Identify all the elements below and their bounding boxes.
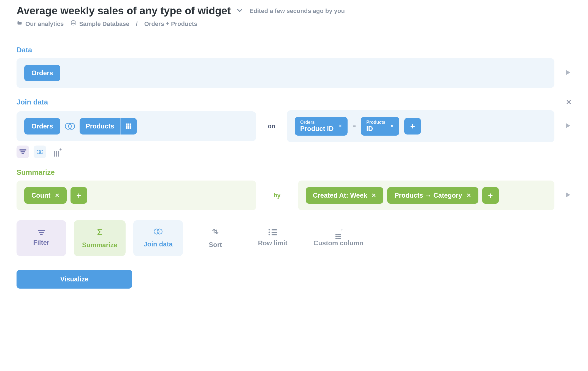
action-join-label: Join data: [143, 240, 172, 248]
join-right-table-pill[interactable]: Products: [80, 118, 137, 135]
join-mini-tools: +: [17, 146, 571, 158]
svg-point-6: [39, 150, 43, 154]
breadcrumb-database[interactable]: Sample Database: [70, 20, 129, 28]
section-join-title: Join data: [17, 98, 48, 106]
preview-join-button[interactable]: [564, 122, 571, 130]
action-customcolumn-label: Custom column: [313, 239, 363, 247]
action-join-button[interactable]: Join data: [133, 220, 183, 256]
remove-right-key-button[interactable]: ✕: [390, 123, 394, 129]
join-left-key-field: Product ID: [300, 125, 334, 133]
section-join: Join data ✕ Orders Products: [17, 98, 571, 158]
svg-marker-1: [566, 70, 570, 75]
join-left-key-pill[interactable]: Orders Product ID ✕: [295, 117, 348, 136]
svg-point-5: [37, 150, 41, 154]
svg-point-8: [154, 229, 159, 234]
page-title-row: Average weekly sales of any type of widg…: [17, 5, 243, 17]
venn-icon: [153, 228, 163, 236]
join-right-key-field: ID: [366, 125, 385, 133]
filter-icon: [19, 149, 26, 154]
action-filter-button[interactable]: Filter: [17, 220, 66, 256]
join-left-table-label: Orders: [31, 122, 53, 130]
grid-icon: [126, 123, 131, 129]
edited-by: Edited a few seconds ago by you: [250, 7, 345, 15]
aggregation-label: Count: [31, 192, 50, 199]
add-join-condition-button[interactable]: +: [404, 118, 421, 135]
action-rowlimit-label: Row limit: [258, 239, 288, 247]
summarize-agg-box: Count ✕ +: [17, 181, 256, 210]
svg-marker-7: [566, 192, 570, 197]
join-right-key-table: Products: [366, 120, 385, 125]
aggregation-pill[interactable]: Count ✕: [24, 187, 67, 204]
visualize-button[interactable]: Visualize: [17, 270, 132, 289]
add-aggregation-button[interactable]: +: [71, 187, 87, 204]
action-sort-button[interactable]: Sort: [191, 220, 240, 256]
section-summarize: Summarize Count ✕ + by Created At: Week …: [17, 168, 571, 210]
grid-plus-icon: +: [335, 229, 342, 235]
join-left-box: Orders Products: [17, 111, 256, 141]
breakout-pill-0[interactable]: Created At: Week ✕: [306, 187, 383, 204]
breakout-pill-1[interactable]: Products → Category ✕: [387, 187, 478, 204]
mini-filter-button[interactable]: [17, 146, 29, 158]
preview-summarize-button[interactable]: [564, 191, 571, 200]
join-left-key-table: Orders: [300, 120, 334, 125]
data-source-label: Orders: [31, 69, 53, 77]
data-source-pill[interactable]: Orders: [24, 65, 60, 81]
section-summarize-title: Summarize: [17, 168, 55, 177]
chevron-down-icon[interactable]: [236, 5, 243, 17]
breadcrumb-database-label: Sample Database: [79, 20, 129, 28]
breakout-label-1: Products → Category: [394, 192, 462, 199]
venn-icon[interactable]: [64, 120, 76, 132]
summarize-breakout-box: Created At: Week ✕ Products → Category ✕…: [298, 181, 554, 210]
action-summarize-label: Summarize: [82, 241, 117, 249]
action-row: Filter Σ Summarize Join data Sort: [17, 220, 571, 256]
action-filter-label: Filter: [33, 239, 50, 246]
action-rowlimit-button[interactable]: Row limit: [248, 220, 297, 256]
svg-marker-4: [566, 123, 570, 128]
remove-join-button[interactable]: ✕: [566, 98, 571, 106]
mini-custom-column-button[interactable]: +: [51, 146, 63, 158]
data-box: Orders: [17, 58, 554, 88]
rowlimit-icon: [269, 229, 277, 235]
breadcrumb-separator: /: [136, 20, 138, 28]
grid-plus-icon: +: [54, 149, 60, 155]
sort-icon: [212, 228, 219, 237]
breadcrumb-table[interactable]: Orders + Products: [144, 20, 197, 28]
remove-breakout-0-button[interactable]: ✕: [372, 192, 376, 199]
join-columns-button[interactable]: [120, 118, 137, 135]
mini-join-button[interactable]: [34, 146, 46, 158]
breadcrumb-collection[interactable]: Our analytics: [17, 20, 64, 28]
preview-data-button[interactable]: [564, 69, 571, 77]
database-icon: [70, 20, 76, 28]
remove-breakout-1-button[interactable]: ✕: [467, 192, 471, 199]
folder-icon: [17, 20, 23, 28]
summarize-by-word: by: [266, 192, 288, 199]
sigma-icon: Σ: [97, 227, 102, 237]
breadcrumb: Our analytics Sample Database / Orders +…: [17, 20, 571, 28]
action-customcolumn-button[interactable]: + Custom column: [305, 220, 372, 256]
breadcrumb-collection-label: Our analytics: [25, 20, 64, 28]
filter-icon: [38, 230, 45, 235]
svg-point-9: [157, 229, 162, 234]
join-right-table-label: Products: [80, 118, 120, 135]
remove-left-key-button[interactable]: ✕: [338, 123, 342, 129]
add-breakout-button[interactable]: +: [482, 187, 499, 204]
remove-aggregation-button[interactable]: ✕: [55, 192, 59, 199]
join-on-word: on: [266, 123, 277, 130]
join-right-key-pill[interactable]: Products ID ✕: [361, 117, 399, 136]
header: Average weekly sales of any type of widg…: [0, 0, 588, 32]
visualize-label: Visualize: [60, 275, 88, 283]
section-data: Data Orders: [17, 46, 571, 88]
join-equals: =: [353, 123, 356, 129]
join-condition-box: Orders Product ID ✕ = Products ID ✕ +: [287, 110, 554, 142]
breakout-label-0: Created At: Week: [313, 192, 367, 199]
join-left-table-pill[interactable]: Orders: [24, 118, 60, 135]
action-summarize-button[interactable]: Σ Summarize: [74, 220, 126, 256]
section-data-title: Data: [17, 46, 32, 54]
svg-point-0: [71, 21, 75, 22]
page-title[interactable]: Average weekly sales of any type of widg…: [17, 5, 231, 17]
breadcrumb-table-label: Orders + Products: [144, 20, 197, 28]
action-sort-label: Sort: [209, 241, 222, 249]
